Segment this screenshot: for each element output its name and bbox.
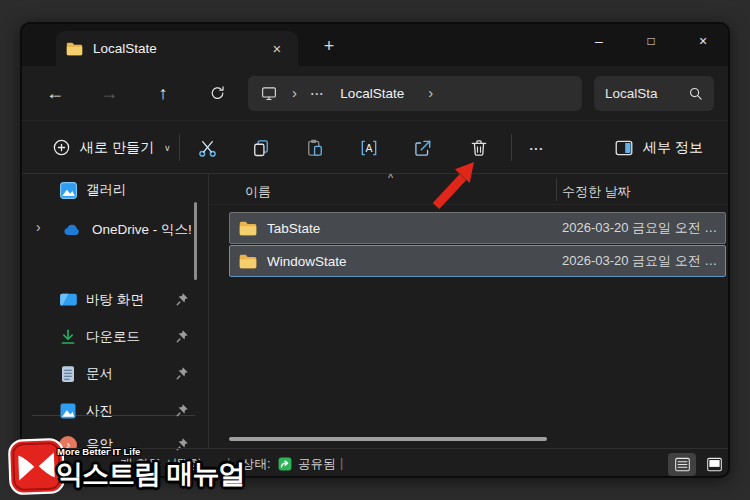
up-button[interactable]: ↑ (145, 77, 181, 109)
sidebar-item-pictures[interactable]: 사진 (26, 396, 205, 426)
new-button-label: 새로 만들기 (80, 139, 154, 157)
explorer-tab[interactable]: LocalState × (56, 31, 298, 66)
paste-icon (305, 138, 325, 158)
thumbnail-view-icon (706, 457, 723, 472)
command-toolbar: 새로 만들기 ∨ A ••• 세부 정보 (22, 120, 728, 174)
toolbar-separator (179, 134, 180, 161)
copy-button[interactable] (243, 130, 279, 166)
details-pane-icon (614, 139, 634, 157)
pictures-icon (58, 401, 78, 421)
navigation-sidebar: 갤러리 › OneDrive - 익스! 바탕 화면 다운로드 (22, 174, 209, 448)
svg-text:A: A (366, 143, 373, 154)
file-date-modified: 2026-03-20 금요일 오전 … (562, 219, 717, 237)
file-name: WindowState (267, 254, 347, 269)
navigation-bar: ← → ↑ › ••• LocalState › LocalSta (22, 66, 728, 120)
gallery-icon (58, 180, 78, 200)
file-row-tabstate[interactable]: TabState 2026-03-20 금요일 오전 … (229, 212, 726, 244)
pin-icon (174, 403, 190, 419)
cut-icon (197, 138, 218, 159)
plus-circle-icon (52, 138, 71, 157)
pin-icon (174, 366, 190, 382)
sidebar-scrollbar[interactable] (194, 202, 197, 280)
back-button[interactable]: ← (37, 77, 73, 109)
sidebar-item-label: 문서 (86, 365, 113, 383)
file-explorer-window: LocalState × + – □ × ← → ↑ › ••• LocalSt… (20, 22, 730, 478)
file-row-windowstate[interactable]: WindowState 2026-03-20 금요일 오전 … (229, 245, 726, 277)
sidebar-item-downloads[interactable]: 다운로드 (26, 322, 205, 352)
column-header-name[interactable]: 이름 (245, 183, 271, 201)
sidebar-item-label: 바탕 화면 (86, 291, 144, 309)
details-view-button[interactable] (668, 453, 696, 476)
column-divider[interactable] (556, 178, 557, 201)
sidebar-item-gallery[interactable]: 갤러리 (26, 175, 205, 205)
search-icon (688, 86, 703, 101)
shared-icon (278, 457, 292, 474)
more-dots-icon: ••• (530, 144, 544, 153)
tab-title: LocalState (93, 41, 266, 56)
this-pc-icon (260, 85, 278, 102)
chevron-down-icon: ∨ (164, 143, 171, 153)
expand-chevron-icon[interactable]: › (36, 219, 41, 235)
rename-icon: A (359, 138, 379, 158)
copy-icon (251, 138, 271, 158)
details-view-icon (674, 457, 691, 472)
more-options-button[interactable]: ••• (519, 130, 555, 166)
thumbnail-view-button[interactable] (700, 453, 728, 476)
search-value: LocalSta (605, 86, 658, 101)
pin-icon (174, 292, 190, 308)
breadcrumb-ellipsis[interactable]: ••• (311, 90, 324, 97)
chevron-right-icon[interactable]: › (428, 84, 433, 101)
watermark-brand: 익스트림 매뉴얼 (56, 456, 245, 492)
refresh-button[interactable] (199, 77, 235, 109)
status-label: 상태: (242, 456, 270, 473)
minimize-button[interactable]: – (576, 24, 622, 58)
chevron-right-icon[interactable]: › (292, 84, 297, 101)
folder-icon (239, 254, 257, 269)
breadcrumb-item[interactable]: LocalState (340, 86, 404, 101)
new-tab-button[interactable]: + (314, 32, 344, 60)
folder-icon (66, 42, 83, 56)
search-input[interactable]: LocalSta (594, 76, 714, 111)
file-date-modified: 2026-03-20 금요일 오전 … (562, 252, 717, 270)
sidebar-item-onedrive[interactable]: › OneDrive - 익스! (26, 215, 205, 245)
onedrive-cloud-icon (62, 220, 82, 240)
sidebar-item-desktop[interactable]: 바탕 화면 (26, 285, 205, 315)
paste-button[interactable] (297, 130, 333, 166)
forward-button: → (91, 77, 127, 109)
refresh-icon (209, 85, 226, 102)
documents-icon (58, 364, 78, 384)
details-pane-label: 세부 정보 (643, 139, 703, 157)
sidebar-item-label: 다운로드 (86, 328, 140, 346)
pin-icon (174, 329, 190, 345)
horizontal-scrollbar[interactable] (229, 437, 547, 441)
sidebar-item-label: OneDrive - 익스! (92, 221, 192, 239)
sidebar-item-label: 사진 (86, 402, 113, 420)
sidebar-item-label: 갤러리 (86, 181, 127, 199)
sort-ascending-icon: ^ (388, 172, 393, 184)
details-pane-button[interactable]: 세부 정보 (614, 130, 703, 166)
cut-button[interactable] (189, 130, 225, 166)
desktop-icon (58, 290, 78, 310)
downloads-icon (58, 327, 78, 347)
maximize-button[interactable]: □ (628, 24, 674, 58)
file-name: TabState (267, 221, 320, 236)
tab-close-icon[interactable]: × (266, 38, 288, 60)
tab-bar: LocalState × + – □ × (22, 24, 728, 66)
new-button[interactable]: 새로 만들기 ∨ (44, 131, 178, 164)
folder-icon (239, 221, 257, 236)
sidebar-item-documents[interactable]: 문서 (26, 359, 205, 389)
close-button[interactable]: × (680, 24, 726, 58)
shared-status-text: 공유됨 (298, 456, 336, 473)
address-bar[interactable]: › ••• LocalState › (248, 76, 582, 111)
file-list-pane: ^ 이름 수정한 날짜 TabState 2026-03-20 금요일 오전 …… (210, 174, 730, 448)
rename-button[interactable]: A (351, 130, 387, 166)
status-divider: | (340, 456, 343, 470)
column-header-date-modified[interactable]: 수정한 날짜 (562, 183, 631, 201)
toolbar-separator (511, 134, 512, 161)
annotation-arrow (424, 152, 486, 214)
